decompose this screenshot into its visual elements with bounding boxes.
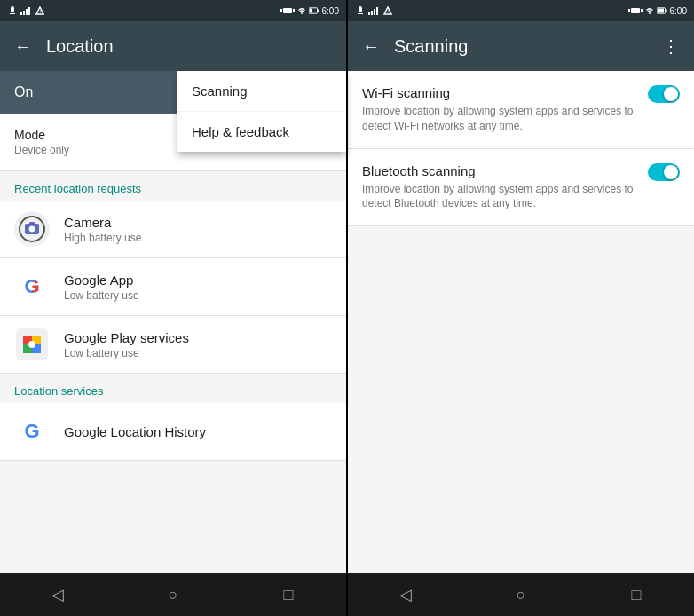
play-services-name: Google Play services <box>64 330 332 345</box>
google-app-battery: Low battery use <box>64 289 332 302</box>
right-notif-icon <box>355 5 366 16</box>
right-back-button[interactable]: ← <box>362 36 380 57</box>
left-back-button[interactable]: ← <box>14 36 32 57</box>
wifi-icon <box>297 6 306 15</box>
dropdown-scanning[interactable]: Scanning <box>177 71 346 112</box>
play-services-battery: Low battery use <box>64 347 332 359</box>
location-history-icon: G <box>14 414 50 449</box>
svg-rect-1 <box>10 13 15 14</box>
location-history-name: Google Location History <box>64 424 332 439</box>
svg-rect-32 <box>358 13 363 14</box>
left-panel: ! 6:00 ← Location Scanning Help & feedba… <box>0 0 346 616</box>
svg-point-28 <box>28 341 35 348</box>
svg-rect-33 <box>368 12 370 15</box>
svg-rect-9 <box>280 9 282 12</box>
left-status-right: 6:00 <box>280 6 339 16</box>
camera-text: Camera High battery use <box>64 215 332 244</box>
bluetooth-scanning-text: Bluetooth scanning Improve location by a… <box>362 163 637 212</box>
list-item-location-history[interactable]: G Google Location History <box>0 403 346 461</box>
svg-rect-12 <box>318 9 319 12</box>
svg-rect-3 <box>23 11 25 15</box>
play-services-text: Google Play services Low battery use <box>64 330 332 359</box>
svg-rect-43 <box>666 9 667 12</box>
svg-rect-0 <box>11 6 14 12</box>
left-home-nav[interactable]: ○ <box>146 577 200 612</box>
svg-text:!: ! <box>40 9 41 14</box>
svg-rect-13 <box>309 9 312 13</box>
right-battery-icon <box>657 6 667 15</box>
wifi-scanning-item[interactable]: Wi-Fi scanning Improve location by allow… <box>348 71 694 149</box>
right-vibrate-icon <box>628 6 643 15</box>
list-item-google-app[interactable]: G G Google App Low battery use <box>0 258 346 316</box>
svg-rect-44 <box>657 9 663 13</box>
camera-name: Camera <box>64 215 332 230</box>
right-recents-nav[interactable]: □ <box>610 577 663 612</box>
svg-rect-31 <box>359 6 362 12</box>
left-nav-bar: ◁ ○ □ <box>0 573 346 616</box>
wifi-scanning-text: Wi-Fi scanning Improve location by allow… <box>362 85 637 134</box>
svg-rect-5 <box>28 7 30 15</box>
svg-rect-18 <box>29 222 35 225</box>
right-more-button[interactable]: ⋮ <box>662 36 680 57</box>
warning-icon: ! <box>35 6 44 15</box>
left-content: Mode Device only Recent location request… <box>0 114 346 573</box>
svg-rect-10 <box>293 9 295 12</box>
left-recents-nav[interactable]: □ <box>262 577 315 612</box>
svg-rect-8 <box>283 8 292 13</box>
left-status-bar: ! 6:00 <box>0 0 346 21</box>
right-signal-icon <box>368 6 381 15</box>
right-status-right: 6:00 <box>628 6 687 16</box>
right-warning-icon: ! <box>383 6 392 15</box>
svg-rect-36 <box>376 7 378 15</box>
dropdown-help[interactable]: Help & feedback <box>177 112 346 152</box>
right-status-icons: ! <box>355 5 392 16</box>
right-app-bar: ← Scanning ⋮ <box>348 21 694 71</box>
google-app-icon: G G <box>14 269 50 304</box>
svg-rect-35 <box>374 9 375 15</box>
right-title: Scanning <box>394 36 648 57</box>
right-content: Wi-Fi scanning Improve location by allow… <box>348 71 694 573</box>
svg-rect-41 <box>641 9 643 12</box>
svg-rect-34 <box>371 11 373 15</box>
bluetooth-scanning-toggle[interactable] <box>648 163 680 181</box>
right-wifi-icon <box>645 6 654 15</box>
location-history-text: Google Location History <box>64 424 332 439</box>
notification-icon <box>7 5 18 16</box>
svg-text:G: G <box>24 420 39 442</box>
svg-point-17 <box>28 225 35 233</box>
battery-icon <box>309 6 319 15</box>
right-status-bar: ! 6:00 <box>348 0 694 21</box>
right-nav-bar: ◁ ○ □ <box>348 573 694 616</box>
wifi-scanning-title: Wi-Fi scanning <box>362 85 637 100</box>
right-time: 6:00 <box>670 6 687 16</box>
left-status-icons: ! <box>7 5 44 16</box>
right-home-nav[interactable]: ○ <box>494 577 548 612</box>
signal-icon <box>20 6 33 15</box>
dropdown-menu: Scanning Help & feedback <box>177 71 346 152</box>
recent-requests-header: Recent location requests <box>0 171 346 201</box>
svg-rect-2 <box>20 12 22 15</box>
left-title: Location <box>46 36 332 57</box>
camera-battery: High battery use <box>64 232 332 244</box>
wifi-scanning-desc: Improve location by allowing system apps… <box>362 104 637 134</box>
play-services-icon <box>14 327 50 362</box>
camera-icon <box>14 211 50 247</box>
bluetooth-scanning-item[interactable]: Bluetooth scanning Improve location by a… <box>348 149 694 227</box>
right-back-nav[interactable]: ◁ <box>379 577 432 612</box>
svg-rect-40 <box>628 9 630 12</box>
left-time: 6:00 <box>322 6 339 16</box>
svg-text:!: ! <box>388 9 389 14</box>
svg-rect-4 <box>26 9 28 15</box>
bluetooth-scanning-desc: Improve location by allowing system apps… <box>362 182 637 212</box>
wifi-scanning-toggle[interactable] <box>648 85 680 103</box>
list-item-camera[interactable]: Camera High battery use <box>0 201 346 258</box>
left-back-nav[interactable]: ◁ <box>31 577 84 612</box>
list-item-play-services[interactable]: Google Play services Low battery use <box>0 316 346 374</box>
right-panel: ! 6:00 ← Scanning ⋮ Wi-Fi scanning Impro… <box>348 0 694 616</box>
svg-rect-39 <box>631 8 640 13</box>
location-services-header: Location services <box>0 374 346 403</box>
google-app-name: Google App <box>64 272 332 288</box>
left-app-bar: ← Location Scanning Help & feedback <box>0 21 346 71</box>
bluetooth-scanning-title: Bluetooth scanning <box>362 163 637 178</box>
google-app-text: Google App Low battery use <box>64 272 332 302</box>
